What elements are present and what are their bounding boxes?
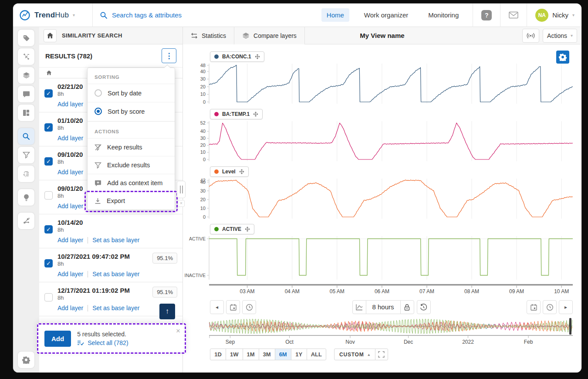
home-button[interactable] [44,29,57,42]
search-input[interactable]: Search tags & attributes [93,11,182,19]
result-checkbox[interactable]: ✓ [44,157,53,166]
panel-collapse-button[interactable]: × [178,200,185,207]
chart-plot-level[interactable]: 42403020100 [183,178,575,220]
history-button[interactable] [417,300,431,314]
range-button-1y[interactable]: 1Y [291,349,307,360]
overview-strip[interactable] [209,318,573,335]
result-checkbox[interactable] [44,293,53,301]
series-chip-active[interactable]: ACTIVE [210,224,254,234]
set-base-layer-link[interactable]: Set as base layer [92,305,139,311]
sidebar-item-search[interactable] [18,128,34,145]
pan-left-button[interactable]: ◂ [210,300,224,314]
chevron-down-icon[interactable]: ▾ [73,13,75,17]
result-checkbox[interactable] [44,191,53,200]
menu-item-exclude-results[interactable]: Exclude results [88,156,175,174]
series-chip-ba-temp-1[interactable]: BA:TEMP.1 [210,109,263,119]
sidebar-item-recommendations[interactable] [18,189,34,206]
result-checkbox[interactable]: ✓ [44,259,53,267]
scroll-to-top-button[interactable]: ↑ [159,304,175,319]
chart-plot-ba-temp-1[interactable]: 52403020100 [183,120,575,162]
chart-block-ba-conc-1: BA:CONC.148403020100 [183,50,581,105]
settings-button[interactable] [18,352,34,368]
range-button-3m[interactable]: 3M [259,349,275,360]
range-button-all[interactable]: ALL [307,349,326,360]
add-layer-link[interactable]: Add layer [57,271,83,277]
custom-range-button[interactable]: CUSTOM ▴ [334,349,375,360]
statistics-tab[interactable]: Statistics [183,27,234,44]
user-menu[interactable]: NA Nicky ▾ [535,9,574,22]
move-icon[interactable] [253,112,258,117]
brand[interactable]: TrendHub ▾ [19,10,92,21]
result-checkbox[interactable]: ✓ [44,123,53,132]
overview-scrubber[interactable] [569,318,571,335]
sidebar-item-calculations[interactable] [18,48,34,65]
search-placeholder: Search tags & attributes [112,11,182,19]
add-layer-link[interactable]: Add layer [57,203,83,210]
expand-button[interactable] [375,349,388,360]
svg-text:Nov: Nov [345,339,355,345]
actions-button[interactable]: Actions ▾ [543,29,577,43]
live-broadcast-button[interactable] [522,29,539,43]
start-date-button[interactable] [226,300,240,314]
pan-right-button[interactable]: ▸ [559,300,573,314]
sidebar-item-fingerprint[interactable] [18,166,34,182]
add-layer-link[interactable]: Add layer [57,237,83,244]
chart-settings-button[interactable] [556,51,569,64]
add-layer-link[interactable]: Add layer [57,135,83,142]
nav-item-home[interactable]: Home [321,8,349,22]
sidebar-item-tag[interactable] [18,30,34,46]
duration-display[interactable]: 8 hours [365,300,400,314]
menu-item-sort-by-score[interactable]: Sort by score [88,102,175,120]
menu-item-keep-results[interactable]: Keep results [88,138,175,156]
help-button[interactable]: ? [481,10,492,20]
compare-layers-tab[interactable]: Compare layers [234,27,305,44]
set-base-layer-link[interactable]: Set as base layer [92,271,139,277]
nav-item-work-organizer[interactable]: Work organizer [359,8,413,22]
add-layer-link[interactable]: Add layer [57,101,83,108]
move-icon[interactable] [255,54,260,59]
sidebar-item-context-items[interactable] [18,213,34,229]
series-chip-ba-conc-1[interactable]: BA:CONC.1 [210,51,264,62]
range-button-6m[interactable]: 6M [275,349,291,360]
range-button-1w[interactable]: 1W [226,349,243,360]
move-icon[interactable] [245,227,250,232]
result-checkbox[interactable]: ✓ [44,89,53,98]
sidebar-item-comments[interactable] [18,86,34,102]
range-button-1m[interactable]: 1M [243,349,259,360]
search-icon [22,132,30,140]
menu-item-export[interactable]: Export [88,192,175,210]
series-chip-level[interactable]: Level [210,166,249,177]
menu-item-add-as-context-item[interactable]: Add as context item [88,174,175,192]
series-color-dot [214,169,219,174]
rail-group [18,128,34,182]
menu-item-sort-by-date[interactable]: Sort by date [88,84,175,102]
selection-text: 5 results selected. Select all (782) [77,331,128,346]
set-base-layer-link[interactable]: Set as base layer [92,237,139,244]
trend-mode-button[interactable] [352,300,366,314]
start-time-button[interactable] [242,300,256,314]
chart-plot-active[interactable]: ACTIVEINACTIVE [183,235,575,281]
range-button-1d[interactable]: 1D [210,349,226,360]
mail-icon[interactable] [509,11,518,19]
add-button[interactable]: Add [44,331,71,347]
timeline-axis[interactable]: SepOctNovDec2022Feb [183,335,575,345]
menu-section-actions: ACTIONS [88,121,175,138]
sidebar-item-dashboards[interactable] [18,105,34,121]
panel-resize-handle[interactable] [177,181,186,198]
result-checkbox[interactable]: ✓ [44,225,53,233]
add-layer-link[interactable]: Add layer [57,305,83,311]
end-date-button[interactable] [527,300,541,314]
sidebar-item-layers[interactable] [18,67,34,84]
chart-plot-ba-conc-1[interactable]: 48403020100 [183,63,575,105]
series-color-dot [214,227,219,231]
add-layer-link[interactable]: Add layer [57,169,83,176]
move-icon[interactable] [239,169,244,174]
nav-item-monitoring[interactable]: Monitoring [423,8,464,22]
close-selection-icon[interactable]: × [176,327,180,335]
result-duration: 8h [57,294,139,301]
select-all-link[interactable]: Select all (782) [77,339,128,346]
results-menu-button[interactable]: ⋮ [162,48,176,63]
lock-duration-button[interactable] [400,300,414,314]
end-time-button[interactable] [543,300,557,314]
sidebar-item-filter[interactable] [18,147,34,163]
